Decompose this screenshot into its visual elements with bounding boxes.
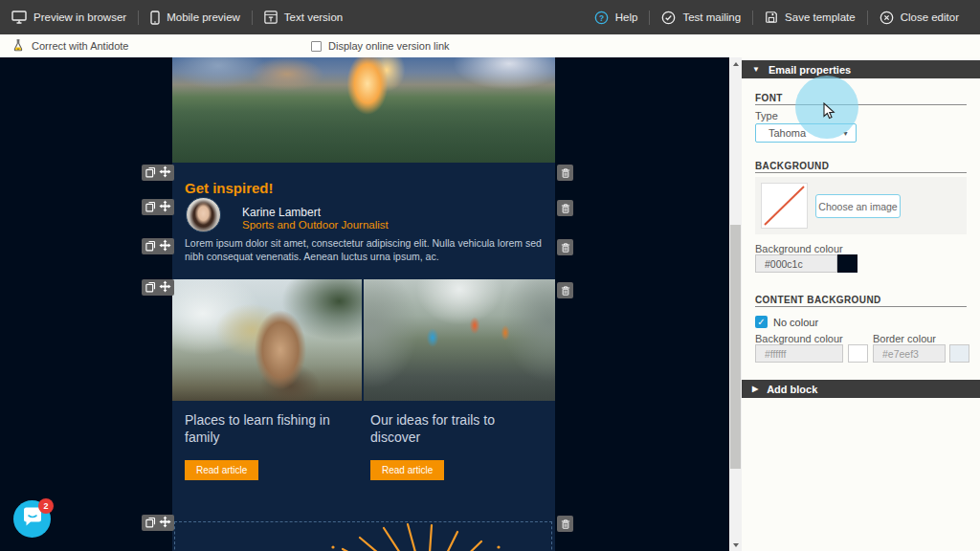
border-colour-input[interactable] xyxy=(873,344,946,363)
email-paragraph-block[interactable]: Lorem ipsum dolor sit amet, consectetur … xyxy=(185,237,545,263)
delete-block-button-author[interactable] xyxy=(557,200,573,216)
toolbar-left-group: Preview in browser Mobile preview Text v… xyxy=(10,0,354,34)
check-circle-icon xyxy=(661,11,676,25)
email-editor-app: Preview in browser Mobile preview Text v… xyxy=(0,0,980,551)
content-bg-colour-swatch[interactable] xyxy=(848,344,868,363)
text-version-icon xyxy=(264,11,278,24)
content-bg-colour-label: Background colour xyxy=(755,333,843,344)
duplicate-icon[interactable] xyxy=(145,279,156,297)
svg-text:?: ? xyxy=(599,12,604,22)
font-section-title: FONT xyxy=(755,93,783,103)
hiking-article-image[interactable] xyxy=(364,279,555,401)
correct-with-antidote-label: Correct with Antidote xyxy=(32,40,129,52)
article-title-trails[interactable]: Our ideas for trails to discover xyxy=(370,411,541,446)
move-icon[interactable] xyxy=(159,165,171,182)
move-icon[interactable] xyxy=(159,279,171,297)
preview-in-browser-label: Preview in browser xyxy=(33,11,126,23)
help-icon: ? xyxy=(594,11,609,25)
border-colour-label: Border colour xyxy=(873,333,936,344)
no-image-placeholder-icon[interactable] xyxy=(761,183,808,229)
duplicate-icon[interactable] xyxy=(145,165,156,182)
scrollbar-thumb[interactable] xyxy=(730,225,741,469)
monitor-icon xyxy=(11,11,27,24)
add-block-title: Add block xyxy=(767,384,817,395)
background-colour-input[interactable] xyxy=(755,254,837,273)
email-properties-header[interactable]: ▼ Email properties xyxy=(742,60,980,78)
save-template-button[interactable]: Save template xyxy=(753,0,867,34)
help-button[interactable]: ? Help xyxy=(592,0,650,34)
help-label: Help xyxy=(615,11,638,23)
mobile-phone-icon xyxy=(150,11,160,25)
font-type-dropdown[interactable]: Tahoma ▼ xyxy=(755,123,857,143)
secondary-toolbar: Correct with Antidote Display online ver… xyxy=(0,34,980,57)
block-controls-heading[interactable] xyxy=(142,165,174,181)
mobile-preview-label: Mobile preview xyxy=(167,11,240,23)
email-properties-title: Email properties xyxy=(768,64,851,76)
chat-unread-badge: 2 xyxy=(38,498,54,514)
close-editor-label: Close editor xyxy=(901,11,959,23)
chevron-down-icon: ▼ xyxy=(842,130,849,137)
read-article-button-fishing[interactable]: Read article xyxy=(185,460,258,480)
close-icon xyxy=(880,11,894,25)
fishing-article-image[interactable] xyxy=(172,279,362,401)
selected-footer-block[interactable] xyxy=(174,521,552,551)
read-article-button-trails[interactable]: Read article xyxy=(370,460,444,480)
author-avatar[interactable] xyxy=(186,197,221,232)
email-heading-block[interactable]: Get inspired! xyxy=(185,180,274,196)
properties-sidebar: ▼ Email properties FONT Type Tahoma ▼ BA… xyxy=(742,57,980,551)
save-icon xyxy=(765,11,778,24)
delete-block-button-paragraph[interactable] xyxy=(557,239,573,255)
duplicate-icon[interactable] xyxy=(145,515,156,532)
mobile-preview-button[interactable]: Mobile preview xyxy=(139,0,252,34)
duplicate-icon[interactable] xyxy=(145,238,156,255)
checkbox-unchecked-icon[interactable] xyxy=(311,41,322,52)
top-toolbar: Preview in browser Mobile preview Text v… xyxy=(0,0,980,34)
canvas-scrollbar[interactable] xyxy=(729,57,742,551)
font-type-value: Tahoma xyxy=(768,127,806,139)
block-controls-paragraph[interactable] xyxy=(142,238,174,254)
scroll-down-arrow[interactable] xyxy=(729,539,742,551)
chevron-down-icon: ▼ xyxy=(752,65,760,74)
preview-in-browser-button[interactable]: Preview in browser xyxy=(10,0,138,34)
no-colour-label: No colour xyxy=(773,317,818,328)
move-icon[interactable] xyxy=(159,515,171,532)
toolbar-right-group: ? Help Test mailing Save template Close … xyxy=(592,0,970,34)
close-editor-button[interactable]: Close editor xyxy=(868,0,970,34)
author-name[interactable]: Karine Lambert xyxy=(242,206,321,219)
delete-block-button-articles[interactable] xyxy=(557,282,573,298)
move-icon[interactable] xyxy=(159,238,171,255)
duplicate-icon[interactable] xyxy=(145,199,156,216)
sunburst-graphic xyxy=(175,522,553,551)
background-colour-swatch[interactable] xyxy=(837,254,858,273)
block-controls-author[interactable] xyxy=(142,199,174,215)
correct-with-antidote-button[interactable]: Correct with Antidote xyxy=(11,38,129,55)
delete-block-button-heading[interactable] xyxy=(557,165,573,181)
delete-block-button-footer[interactable] xyxy=(557,516,573,532)
border-colour-swatch[interactable] xyxy=(949,344,969,363)
background-colour-label: Background colour xyxy=(755,243,843,254)
no-colour-checkbox[interactable]: ✓ xyxy=(755,316,768,328)
add-block-header[interactable]: ▶ Add block xyxy=(742,380,980,398)
test-mailing-label: Test mailing xyxy=(682,11,741,23)
email-document: Get inspired! Karine Lambert Sports and … xyxy=(172,57,555,551)
background-image-panel: Choose an image xyxy=(755,177,967,234)
section-divider xyxy=(755,172,967,173)
scroll-up-arrow[interactable] xyxy=(729,57,742,70)
block-controls-footer[interactable] xyxy=(142,515,174,531)
author-role[interactable]: Sports and Outdoor Journalist xyxy=(242,219,389,231)
text-version-button[interactable]: Text version xyxy=(253,0,354,34)
test-mailing-button[interactable]: Test mailing xyxy=(650,0,752,34)
content-bg-colour-input[interactable] xyxy=(755,344,843,363)
content-background-section-title: CONTENT BACKGROUND xyxy=(755,295,881,305)
block-controls-articles[interactable] xyxy=(142,279,174,296)
chevron-right-icon: ▶ xyxy=(752,385,758,393)
section-divider xyxy=(755,306,967,307)
campfire-hero-image[interactable] xyxy=(172,57,555,163)
move-icon[interactable] xyxy=(159,199,171,216)
article-title-fishing[interactable]: Places to learn fishing in family xyxy=(185,411,355,446)
antidote-flask-icon xyxy=(11,38,25,55)
display-online-version-checkbox[interactable]: Display online version link xyxy=(311,40,450,52)
save-template-label: Save template xyxy=(785,11,856,23)
choose-image-button[interactable]: Choose an image xyxy=(815,194,901,218)
font-type-label: Type xyxy=(755,110,778,121)
